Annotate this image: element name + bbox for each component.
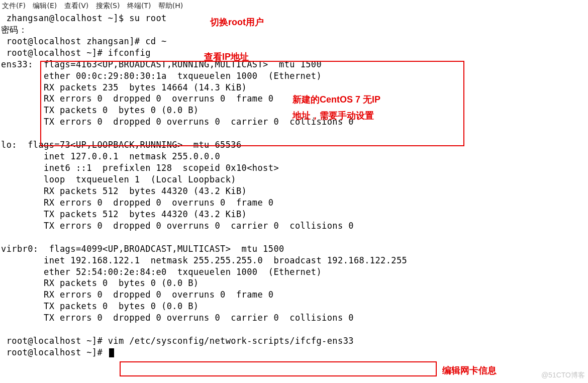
annotation-check-ip: 查看IP地址: [204, 51, 249, 63]
menu-file[interactable]: 文件(F): [2, 2, 31, 10]
cmd-cd-home: root@localhost zhangsan]# cd ~: [1, 36, 167, 46]
iface-virbr0-rx: RX packets 0 bytes 0 (0.0 B): [1, 278, 199, 288]
menu-edit[interactable]: 编辑(E): [33, 2, 62, 10]
iface-ens33-rxerr: RX errors 0 dropped 0 overruns 0 frame 0: [1, 93, 273, 104]
menu-view[interactable]: 查看(V): [64, 2, 94, 10]
iface-virbr0-txerr: TX errors 0 dropped 0 overruns 0 carrier…: [1, 313, 354, 323]
terminal-output[interactable]: zhangsan@localhost ~]$ su root 密码： root@…: [0, 13, 588, 358]
iface-lo-loop: loop txqueuelen 1 (Local Loopback): [1, 174, 236, 184]
annotation-no-ip-line2: 地址，需要手动设置: [292, 110, 374, 122]
cmd-vim-ifcfg: root@localhost ~]# vim /etc/sysconfig/ne…: [1, 336, 354, 346]
iface-ens33-rx: RX packets 235 bytes 14664 (14.3 KiB): [1, 82, 247, 92]
iface-lo-tx: TX packets 512 bytes 44320 (43.2 KiB): [1, 209, 247, 219]
iface-virbr0-rxerr: RX errors 0 dropped 0 overruns 0 frame 0: [1, 290, 273, 300]
iface-virbr0-ether: ether 52:54:00:2e:84:e0 txqueuelen 1000 …: [1, 267, 322, 277]
menu-terminal[interactable]: 终端(T): [127, 2, 156, 10]
menu-help[interactable]: 帮助(H): [158, 2, 188, 10]
pwd-prompt: 密码：: [1, 25, 27, 35]
prompt-current: root@localhost ~]#: [1, 347, 108, 357]
menu-search[interactable]: 搜索(S): [96, 2, 125, 10]
iface-lo-inet: inet 127.0.0.1 netmask 255.0.0.0: [1, 151, 220, 161]
menubar: 文件(F) 编辑(E) 查看(V) 搜索(S) 终端(T) 帮助(H): [0, 0, 588, 13]
iface-lo-rxerr: RX errors 0 dropped 0 overruns 0 frame 0: [1, 198, 273, 208]
annotation-switch-root: 切换root用户: [210, 16, 264, 28]
highlight-box-vim: [120, 361, 437, 376]
iface-virbr0-flags: virbr0: flags=4099<UP,BROADCAST,MULTICAS…: [1, 244, 284, 254]
iface-ens33-tx: TX packets 0 bytes 0 (0.0 B): [1, 105, 199, 115]
iface-virbr0-inet: inet 192.168.122.1 netmask 255.255.255.0…: [1, 255, 407, 265]
watermark-51cto: @51CTO博客: [541, 370, 585, 380]
cursor-block: [109, 348, 114, 357]
annotation-edit-nic: 编辑网卡信息: [442, 364, 497, 376]
iface-virbr0-tx: TX packets 0 bytes 0 (0.0 B): [1, 301, 199, 311]
cmd-ifconfig: root@localhost ~]# ifconfig: [1, 48, 151, 58]
cmd-su-root: zhangsan@localhost ~]$ su root: [1, 13, 167, 23]
iface-lo-txerr: TX errors 0 dropped 0 overruns 0 carrier…: [1, 221, 354, 231]
annotation-no-ip-line1: 新建的CentOS 7 无IP: [292, 93, 380, 106]
iface-ens33-flags: ens33: flags=4163<UP,BROADCAST,RUNNING,M…: [1, 59, 322, 69]
iface-ens33-ether: ether 00:0c:29:80:30:1a txqueuelen 1000 …: [1, 71, 322, 81]
iface-lo-rx: RX packets 512 bytes 44320 (43.2 KiB): [1, 186, 247, 196]
iface-lo-inet6: inet6 ::1 prefixlen 128 scopeid 0x10<hos…: [1, 163, 279, 173]
iface-lo-flags: lo: flags=73<UP,LOOPBACK,RUNNING> mtu 65…: [1, 140, 242, 150]
